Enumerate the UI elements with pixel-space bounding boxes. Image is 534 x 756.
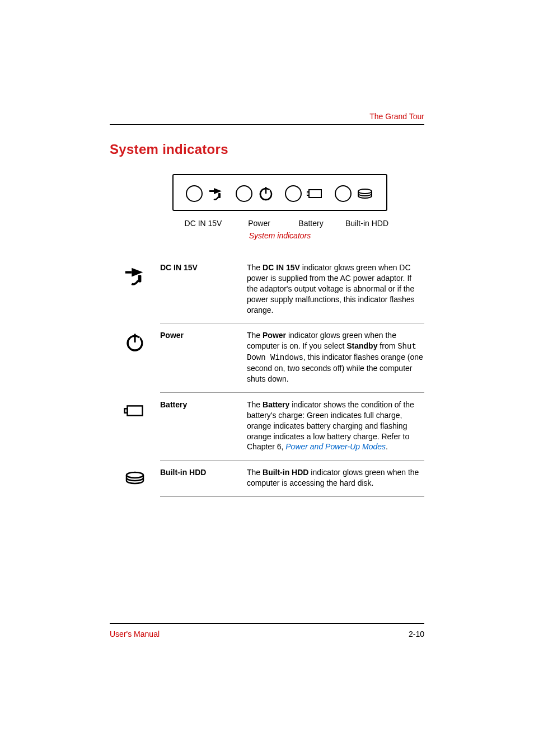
indicator-table: DC IN 15V The DC IN 15V indicator glows … [160,256,424,497]
label-hdd: Built-in HDD [338,219,396,228]
label-dcin: DC IN 15V [172,219,234,228]
table-row: DC IN 15V The DC IN 15V indicator glows … [160,256,424,323]
led-ring [285,185,302,202]
indicator-diagram [172,174,387,211]
footer-doc-title: User's Manual [110,630,160,638]
figure-system-indicators: DC IN 15V Power Battery Built-in HDD Sys… [172,174,424,240]
dc-in-icon [110,262,160,287]
indicator-name: Built-in HDD [160,467,247,478]
link-power-modes[interactable]: Power and Power-Up Modes [285,442,386,451]
led-ring [186,185,203,202]
page-footer: User's Manual 2-10 [110,623,424,638]
power-icon [110,330,160,353]
table-row: Power The Power indicator glows green wh… [160,323,424,392]
chapter-title: The Grand Tour [110,112,424,125]
table-row: Battery The Battery indicator shows the … [160,393,424,461]
battery-icon [306,185,324,202]
figure-caption: System indicators [172,231,387,240]
indicator-desc: The DC IN 15V indicator glows green when… [247,262,424,315]
indicator-desc: The Power indicator glows green when the… [247,330,424,384]
indicator-name: Battery [160,400,247,410]
hdd-icon [110,467,160,486]
led-ring [236,185,252,202]
label-battery: Battery [284,219,338,228]
hdd-icon [356,185,374,202]
section-heading: System indicators [110,142,424,157]
indicator-desc: The Battery indicator shows the conditio… [247,400,424,452]
indicator-desc: The Built-in HDD indicator glows green w… [247,467,424,489]
battery-icon [110,400,160,420]
led-ring [335,185,352,202]
footer-page-number: 2-10 [409,630,424,638]
power-icon [257,185,275,202]
indicator-name: DC IN 15V [160,262,247,273]
diagram-labels: DC IN 15V Power Battery Built-in HDD [172,219,396,228]
table-row: Built-in HDD The Built-in HDD indicator … [160,461,424,497]
indicator-name: Power [160,330,247,341]
dc-in-icon [207,185,225,202]
label-power: Power [234,219,284,228]
